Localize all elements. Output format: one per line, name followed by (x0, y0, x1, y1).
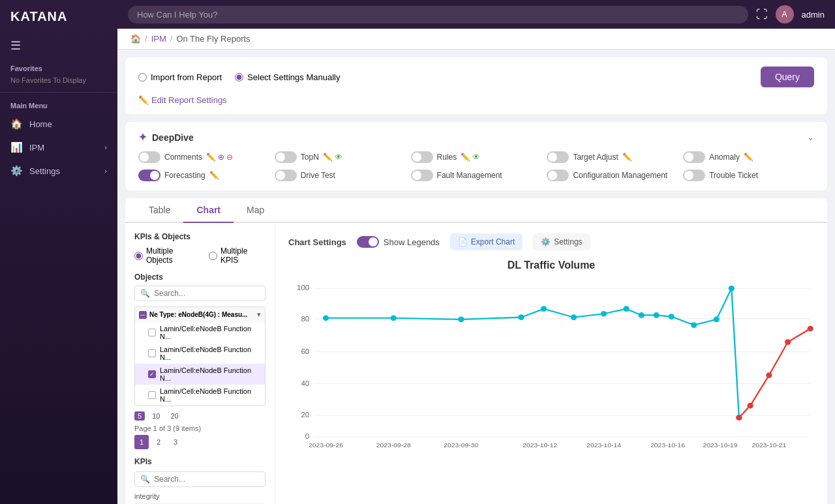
page-3-btn[interactable]: 3 (168, 435, 183, 449)
pagination-sizes: 5 10 20 (134, 411, 266, 421)
view-icon[interactable]: 👁 (472, 153, 480, 162)
fault-mgmt-toggle[interactable] (411, 170, 433, 181)
tree-item-2-checkbox[interactable] (148, 349, 156, 357)
forecasting-toggle[interactable] (138, 170, 160, 181)
chart-main: KPIs & Objects Multiple Objects Multiple… (125, 223, 827, 504)
objects-search-input[interactable] (154, 289, 260, 298)
edit-icon[interactable]: ✏️ (323, 153, 333, 162)
dd-fault-mgmt: Fault Management (411, 170, 542, 181)
ipm-icon: 📊 (10, 141, 23, 153)
kpis-search-input[interactable] (154, 475, 260, 484)
import-from-report-radio[interactable]: Import from Report (138, 72, 222, 82)
sidebar-item-ipm[interactable]: 📊 IPM › (0, 136, 117, 159)
settings-arrow-icon: › (104, 167, 107, 175)
comments-icons: ✏️⊕⊖ (206, 153, 233, 162)
tree-item-4[interactable]: Lamin/Cell:eNodeB Function N... (135, 385, 265, 406)
objects-tree: ─ Ne Type: eNodeB(4G) : Measu... ▾ Lamin… (134, 306, 266, 406)
dd-drive-test: Drive Test (275, 170, 406, 181)
tree-collapse-icon[interactable]: ▾ (257, 310, 261, 319)
svg-point-31 (691, 322, 697, 328)
tree-item-1[interactable]: Lamin/Cell:eNodeB Function N... (135, 322, 265, 343)
avatar: A (776, 5, 794, 23)
sidebar-item-ipm-label: IPM (29, 143, 44, 153)
page-1-btn[interactable]: 1 (134, 435, 149, 449)
pagination-pages: 1 2 3 (134, 435, 266, 449)
tree-item-2[interactable]: Lamin/Cell:eNodeB Function N... (135, 343, 265, 364)
page-size-20[interactable]: 20 (167, 411, 181, 421)
export-chart-button[interactable]: 📄 Export Chart (450, 233, 523, 250)
drive-test-toggle[interactable] (275, 170, 297, 181)
query-button[interactable]: Query (761, 67, 814, 87)
rules-icons: ✏️👁 (461, 153, 480, 162)
svg-text:100: 100 (297, 284, 309, 292)
edit-icon[interactable]: ✏️ (209, 171, 219, 180)
sidebar-divider (0, 92, 117, 93)
svg-point-27 (624, 306, 630, 312)
config-mgmt-label: Configuration Management (573, 171, 667, 180)
objects-title: Objects (134, 273, 266, 282)
multiple-kpis-radio[interactable]: Multiple KPIS (209, 246, 266, 265)
multiple-objects-radio[interactable]: Multiple Objects (134, 246, 200, 265)
show-legends-toggle-input[interactable] (357, 236, 379, 248)
sidebar: KATANA ☰ Favorites No Favorites To Displ… (0, 0, 117, 504)
deepdive-title-label: DeepDive (152, 132, 194, 143)
svg-text:2023-10-19: 2023-10-19 (703, 441, 738, 447)
svg-text:60: 60 (301, 348, 309, 355)
app-logo: KATANA (0, 0, 117, 33)
edit-icon[interactable]: ✏️ (744, 153, 753, 162)
sidebar-item-settings[interactable]: ⚙️ Settings › (0, 159, 117, 183)
trouble-ticket-label: Trouble Ticket (709, 171, 758, 180)
page-size-5[interactable]: 5 (134, 411, 145, 421)
edit-report-link[interactable]: ✏️ Edit Report Settings (138, 95, 814, 105)
view-icon[interactable]: 👁 (335, 153, 342, 162)
chart-left-panel: KPIs & Objects Multiple Objects Multiple… (125, 223, 275, 504)
kpis-section: KPIs 🔍 integrity DL Traffic Volume (134, 457, 266, 504)
deepdive-icon: ✦ (138, 131, 147, 143)
comments-toggle[interactable] (138, 151, 160, 163)
edit-icon[interactable]: ✏️ (622, 153, 632, 162)
settings-panel: Import from Report Select Settings Manua… (125, 57, 827, 114)
anomaly-toggle[interactable] (683, 151, 705, 163)
svg-point-26 (601, 311, 607, 317)
svg-text:2023-09-28: 2023-09-28 (376, 441, 411, 447)
topn-toggle[interactable] (275, 151, 297, 163)
hamburger-menu[interactable]: ☰ (0, 33, 117, 58)
edit-icon[interactable]: ✏️ (206, 153, 216, 162)
svg-point-32 (714, 317, 720, 323)
tab-map[interactable]: Map (234, 198, 277, 223)
sidebar-item-settings-label: Settings (29, 166, 60, 176)
pagination-info: Page 1 of 3 (9 items) (134, 424, 266, 432)
trouble-ticket-toggle[interactable] (683, 170, 705, 181)
objects-search-box: 🔍 (134, 286, 266, 301)
select-settings-radio[interactable]: Select Settings Manually (235, 72, 340, 82)
page-2-btn[interactable]: 2 (151, 435, 166, 449)
sidebar-item-home[interactable]: 🏠 Home (0, 112, 117, 136)
tree-header[interactable]: ─ Ne Type: eNodeB(4G) : Measu... ▾ (135, 307, 265, 322)
forecasting-icons: ✏️ (209, 171, 219, 180)
target-adjust-toggle[interactable] (547, 151, 569, 163)
tree-header-checkbox[interactable]: ─ (139, 311, 147, 319)
tree-item-4-checkbox[interactable] (148, 391, 156, 399)
home-breadcrumb-icon[interactable]: 🏠 (130, 34, 141, 44)
search-input[interactable] (128, 6, 748, 23)
breadcrumb-ipm[interactable]: IPM (151, 34, 166, 44)
add-icon[interactable]: ⊕ (218, 153, 224, 162)
chart-settings-button[interactable]: ⚙️ Settings (533, 233, 590, 250)
deepdive-collapse-icon[interactable]: ⌄ (807, 132, 814, 142)
edit-icon[interactable]: ✏️ (461, 153, 470, 162)
tree-item-3[interactable]: ✓ Lamin/Cell:eNodeB Function N... (135, 364, 265, 385)
config-mgmt-toggle[interactable] (547, 170, 569, 181)
page-size-10[interactable]: 10 (149, 411, 163, 421)
home-icon: 🏠 (10, 118, 23, 130)
tab-table[interactable]: Table (136, 198, 183, 223)
target-adjust-icons: ✏️ (622, 153, 632, 162)
settings-row: Import from Report Select Settings Manua… (138, 67, 814, 87)
tree-item-3-checkbox[interactable]: ✓ (148, 370, 156, 378)
remove-icon[interactable]: ⊖ (226, 153, 233, 162)
deepdive-title: ✦ DeepDive (138, 131, 194, 143)
tab-chart[interactable]: Chart (183, 198, 234, 223)
show-legends-label: Show Legends (384, 237, 440, 247)
tree-item-1-checkbox[interactable] (148, 329, 156, 336)
expand-icon[interactable]: ⛶ (756, 8, 768, 22)
rules-toggle[interactable] (411, 151, 433, 163)
